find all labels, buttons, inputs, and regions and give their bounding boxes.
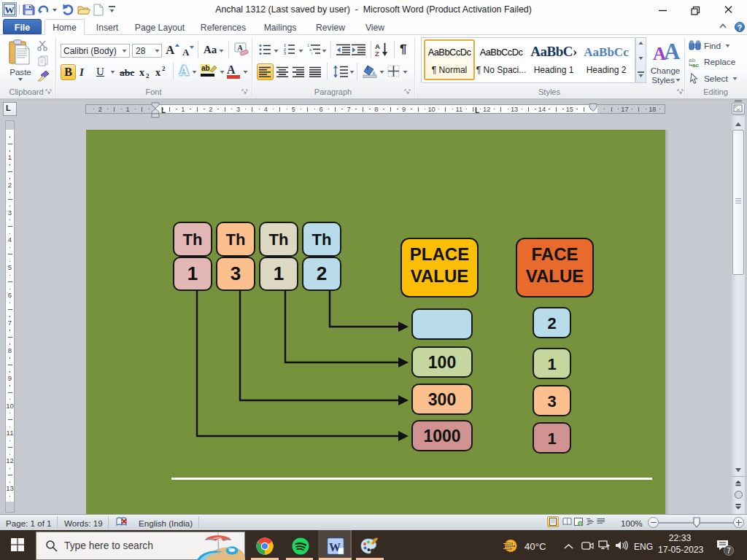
svg-text:Z: Z <box>375 50 379 57</box>
svg-text:3: 3 <box>284 51 286 55</box>
svg-text:ab: ab <box>201 64 210 72</box>
svg-text:ac: ac <box>692 62 699 68</box>
svg-text:W: W <box>329 541 341 553</box>
svg-text:A: A <box>237 44 243 52</box>
svg-text:i: i <box>311 51 312 55</box>
